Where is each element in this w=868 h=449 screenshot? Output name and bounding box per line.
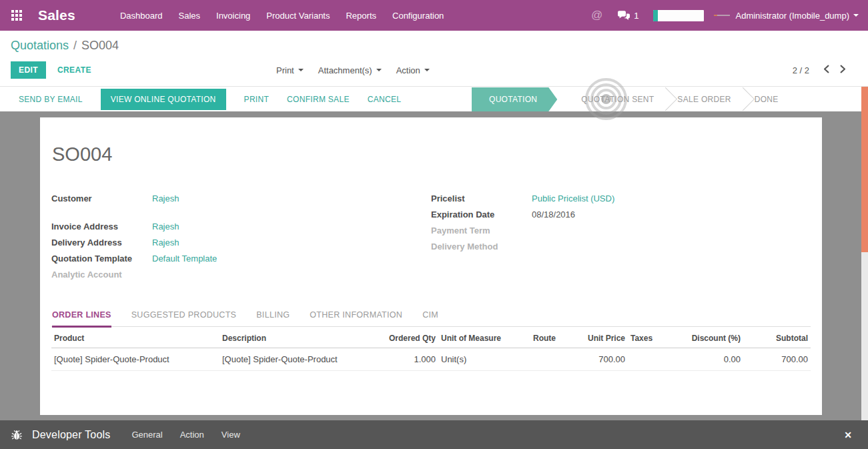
- mentions-icon[interactable]: @: [591, 9, 602, 22]
- delivery-address-link[interactable]: Rajesh: [152, 238, 179, 248]
- pager-value[interactable]: 2 / 2: [793, 65, 809, 75]
- field-invoice-address: Invoice Address Rajesh: [51, 221, 431, 237]
- control-panel: Quotations/SO004 EDIT CREATE Print Attac…: [0, 31, 868, 87]
- attachments-dropdown[interactable]: Attachment(s): [318, 65, 382, 75]
- messages-count-badge: 1: [634, 11, 638, 21]
- column-header-route: Route: [517, 328, 558, 348]
- create-button[interactable]: CREATE: [57, 65, 91, 75]
- breadcrumb-quotations[interactable]: Quotations: [11, 39, 69, 52]
- tab-cim[interactable]: CIM: [422, 310, 438, 326]
- right-field-group: Pricelist Public Pricelist (USD) Expirat…: [431, 193, 811, 286]
- menu-product-variants[interactable]: Product Variants: [258, 0, 338, 31]
- field-label: Delivery Address: [51, 238, 152, 248]
- bug-icon: [11, 429, 23, 441]
- field-label: Delivery Method: [431, 242, 532, 252]
- field-groups: Customer Rajesh Invoice Address Rajesh D…: [51, 193, 811, 286]
- systray-progress-widget[interactable]: [653, 10, 704, 21]
- chevron-down-icon: [298, 69, 304, 71]
- view-online-quotation-button[interactable]: VIEW ONLINE QUOTATION: [101, 89, 226, 110]
- customer-link[interactable]: Rajesh: [152, 193, 179, 203]
- vertical-scrollbar-thumb[interactable]: [861, 87, 868, 252]
- developer-tools-menu: General Action View: [131, 430, 257, 440]
- form-sheet: SO004 Customer Rajesh Invoice Address Ra…: [40, 117, 822, 415]
- cell-description: [Quote] Spider-Quote-Product: [220, 348, 380, 371]
- pager-previous-button[interactable]: [819, 63, 835, 77]
- pager-next-button[interactable]: [835, 63, 851, 77]
- messages-button[interactable]: 1: [617, 11, 638, 21]
- systray: @ 1 Administrator (Imobile_dump): [591, 9, 859, 22]
- order-lines-table: Product Description Ordered Qty Unit of …: [51, 328, 811, 371]
- notebook-tabs: ORDER LINES SUGGESTED PRODUCTS BILLING O…: [51, 310, 811, 327]
- order-line-row[interactable]: [Quote] Spider-Quote-Product [Quote] Spi…: [51, 348, 811, 371]
- devtools-menu-action[interactable]: Action: [180, 430, 204, 440]
- menu-dashboard[interactable]: Dashboard: [112, 0, 171, 31]
- send-by-email-button[interactable]: SEND BY EMAIL: [19, 95, 83, 104]
- user-avatar-placeholder: [714, 15, 730, 17]
- column-header-description: Description: [220, 328, 380, 348]
- field-label: Payment Term: [431, 226, 532, 236]
- stage-quotation[interactable]: QUOTATION: [472, 87, 557, 111]
- user-name: Administrator (Imobile_dump): [735, 11, 849, 21]
- pager: 2 / 2: [793, 61, 851, 79]
- vertical-scrollbar-track: [861, 87, 868, 420]
- tab-order-lines[interactable]: ORDER LINES: [52, 310, 111, 328]
- devtools-menu-general[interactable]: General: [131, 430, 162, 440]
- breadcrumb-separator: /: [73, 39, 77, 52]
- order-title: SO004: [52, 143, 811, 165]
- apps-grid-icon[interactable]: [11, 10, 23, 21]
- action-dropdown-label: Action: [396, 65, 420, 75]
- field-label: Customer: [51, 193, 152, 203]
- print-dropdown[interactable]: Print: [276, 65, 304, 75]
- chat-bubbles-icon: [617, 11, 630, 21]
- menu-invoicing[interactable]: Invoicing: [208, 0, 258, 31]
- pricelist-link[interactable]: Public Pricelist (USD): [532, 193, 614, 203]
- field-quotation-template: Quotation Template Default Template: [51, 254, 431, 269]
- confirm-sale-button[interactable]: CONFIRM SALE: [287, 95, 350, 104]
- column-header-taxes: Taxes: [628, 328, 676, 348]
- tab-billing[interactable]: BILLING: [256, 310, 290, 326]
- chevron-down-icon: [424, 69, 430, 71]
- column-header-subtotal: Subtotal: [743, 328, 811, 348]
- devtools-close-button[interactable]: ✕: [844, 430, 852, 440]
- cell-ordered-qty: 1.000: [380, 348, 438, 371]
- top-navbar: Sales Dashboard Sales Invoicing Product …: [0, 0, 868, 31]
- content-area: SO004 Customer Rajesh Invoice Address Ra…: [0, 111, 868, 420]
- cell-taxes: [628, 348, 676, 371]
- field-label: Analytic Account: [51, 270, 152, 280]
- user-menu[interactable]: Administrator (Imobile_dump): [735, 11, 859, 21]
- edit-button[interactable]: EDIT: [11, 61, 46, 79]
- breadcrumb: Quotations/SO004: [11, 39, 119, 53]
- devtools-menu-view[interactable]: View: [222, 430, 240, 440]
- cell-subtotal: 700.00: [743, 348, 811, 371]
- tab-other-information[interactable]: OTHER INFORMATION: [310, 310, 402, 326]
- status-pipeline: QUOTATION QUOTATION SENT SALE ORDER DONE: [472, 87, 795, 111]
- menu-reports[interactable]: Reports: [338, 0, 384, 31]
- attachments-dropdown-label: Attachment(s): [318, 65, 372, 75]
- column-header-unit-of-measure: Unit of Measure: [438, 328, 517, 348]
- field-delivery-method: Delivery Method: [431, 242, 811, 257]
- developer-tools-title: Developer Tools: [32, 429, 110, 441]
- cancel-button[interactable]: CANCEL: [368, 95, 401, 104]
- action-dropdown[interactable]: Action: [396, 65, 430, 75]
- invoice-address-link[interactable]: Rajesh: [152, 221, 179, 232]
- field-expiration-date: Expiration Date 08/18/2016: [431, 209, 811, 225]
- expiration-date-value[interactable]: 08/18/2016: [532, 209, 575, 219]
- chevron-down-icon: [376, 69, 382, 71]
- menu-sales[interactable]: Sales: [171, 0, 209, 31]
- statusbar-buttons: SEND BY EMAIL VIEW ONLINE QUOTATION PRIN…: [19, 89, 419, 110]
- field-label: Expiration Date: [431, 209, 532, 219]
- field-delivery-address: Delivery Address Rajesh: [51, 238, 431, 253]
- breadcrumb-current: SO004: [81, 39, 119, 52]
- field-customer: Customer Rajesh: [51, 193, 431, 209]
- cell-discount: 0.00: [676, 348, 743, 371]
- field-label: Invoice Address: [51, 221, 152, 232]
- left-field-group: Customer Rajesh Invoice Address Rajesh D…: [51, 193, 431, 286]
- quotation-template-link[interactable]: Default Template: [152, 254, 217, 264]
- record-buttons: EDIT CREATE: [11, 61, 91, 79]
- statusbar: SEND BY EMAIL VIEW ONLINE QUOTATION PRIN…: [0, 87, 868, 111]
- print-dropdown-label: Print: [276, 65, 294, 75]
- menu-configuration[interactable]: Configuration: [384, 0, 452, 31]
- tab-suggested-products[interactable]: SUGGESTED PRODUCTS: [131, 310, 237, 326]
- print-button[interactable]: PRINT: [244, 95, 270, 104]
- chevron-down-icon: [853, 14, 859, 17]
